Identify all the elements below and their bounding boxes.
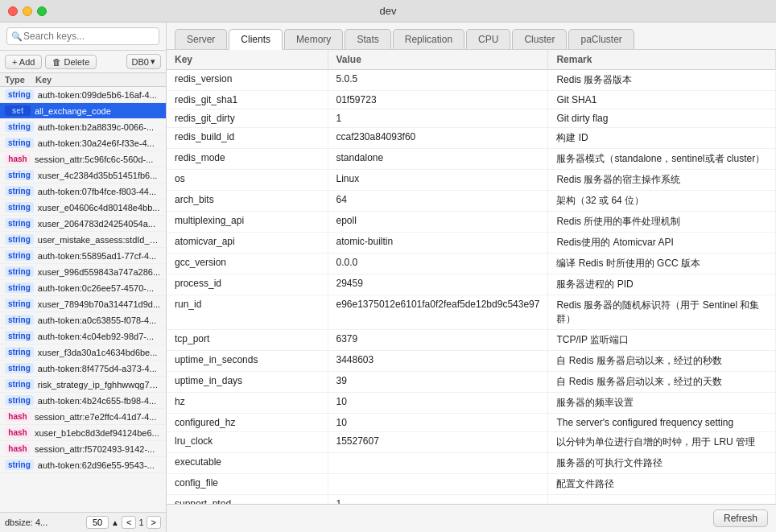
cell-value: 5.0.5 (328, 70, 548, 91)
table-header-row: Key Value Remark (167, 50, 776, 70)
cell-key: config_file (167, 474, 328, 495)
list-item[interactable]: setall_exchange_code (0, 103, 166, 119)
key-col-header: Key (35, 75, 161, 85)
list-item[interactable]: stringxuser_996d559843a747a286... (0, 264, 166, 280)
table-row[interactable]: run_ide96e1375012e6101fa0f2feaf5de12bd9c… (167, 295, 776, 330)
key-label: auth-token:0c26ee57-4570-... (38, 283, 161, 293)
list-item[interactable]: stringauth-token:4b24c655-fb98-4... (0, 393, 166, 409)
key-label: auth-token:62d96e55-9543-... (38, 460, 161, 470)
add-button[interactable]: + Add (5, 55, 42, 69)
cell-remark: The server's configured frequency settin… (548, 414, 776, 432)
list-item[interactable]: stringxuser_78949b70a314471d9d... (0, 296, 166, 312)
dbsize-label: dbsize: 4... (5, 518, 47, 527)
tab-stats[interactable]: Stats (345, 29, 390, 49)
list-item[interactable]: stringauth-token:07fb4fce-f803-44... (0, 184, 166, 200)
tab-cpu[interactable]: CPU (466, 29, 510, 49)
title-bar: dev (0, 0, 776, 23)
close-button[interactable] (8, 6, 18, 16)
table-row[interactable]: redis_git_dirty1Git dirty flag (167, 109, 776, 128)
table-row[interactable]: uptime_in_seconds3448603自 Redis 服务器启动以来，… (167, 351, 776, 372)
table-row[interactable]: configured_hz10The server's configured f… (167, 414, 776, 432)
cell-remark: 编译 Redis 时所使用的 GCC 版本 (548, 254, 776, 274)
cell-remark: 服务器的频率设置 (548, 393, 776, 414)
key-label: auth-token:4b24c655-fb98-4... (38, 396, 161, 406)
cell-value: 29459 (328, 274, 548, 295)
type-badge: string (5, 347, 34, 357)
chevron-down-icon: ▾ (151, 56, 155, 67)
table-row[interactable]: arch_bits64架构（32 或 64 位） (167, 191, 776, 212)
list-item[interactable]: stringxuser_2064783d24254054a... (0, 216, 166, 232)
table-row[interactable]: redis_build_idccaf230a84093f60构建 ID (167, 128, 776, 149)
key-label: all_exchange_code (35, 106, 161, 116)
key-label: session_attr:5c96fc6c-560d-... (35, 155, 161, 164)
table-row[interactable]: config_file配置文件路径 (167, 474, 776, 495)
type-col-header: Type (5, 75, 35, 85)
list-item[interactable]: stringauth-token:b2a8839c-0066-... (0, 119, 166, 135)
key-label: auth-token:07fb4fce-f803-44... (38, 187, 161, 196)
sidebar-footer: dbsize: 4... ▲ < 1 > (0, 512, 166, 532)
list-item[interactable]: stringauth-token:0c26ee57-4570-... (0, 280, 166, 296)
cell-key: multiplexing_api (167, 212, 328, 233)
table-row[interactable]: uptime_in_days39自 Redis 服务器启动以来，经过的天数 (167, 372, 776, 393)
table-row[interactable]: process_id29459服务器进程的 PID (167, 274, 776, 295)
list-item[interactable]: stringrisk_strategy_ip_fghhwwqg7h... (0, 377, 166, 393)
cell-key: uptime_in_seconds (167, 351, 328, 372)
delete-button[interactable]: 🗑 Delete (45, 55, 97, 69)
type-badge: string (5, 395, 34, 406)
search-wrap: 🔍 (6, 27, 159, 45)
table-row[interactable]: gcc_version0.0.0编译 Redis 时所使用的 GCC 版本 (167, 254, 776, 274)
per-page-input[interactable] (86, 516, 109, 529)
table-row[interactable]: lru_clock15527607以分钟为单位进行自增的时钟，用于 LRU 管理 (167, 432, 776, 453)
cell-remark: Redis 所使用的事件处理机制 (548, 212, 776, 233)
list-item[interactable]: stringauth-token:62d96e55-9543-... (0, 457, 166, 473)
next-page-button[interactable]: > (147, 516, 161, 529)
tab-memory[interactable]: Memory (284, 29, 343, 49)
list-item[interactable]: hashxuser_b1ebc8d3def94124be6... (0, 425, 166, 441)
tab-clients[interactable]: Clients (229, 29, 283, 50)
list-item[interactable]: stringauth-token:099de5b6-16af-4... (0, 87, 166, 103)
table-row[interactable]: redis_modestandalone服务器模式（standalone，sen… (167, 149, 776, 170)
type-badge: string (5, 460, 34, 470)
cell-key: atomicvar_api (167, 233, 328, 254)
search-input[interactable] (6, 27, 159, 45)
list-item[interactable]: stringxuser_f3da30a1c4634bd6be... (0, 344, 166, 361)
tab-cluster[interactable]: Cluster (512, 29, 567, 49)
list-item[interactable]: stringxuser_4c2384d35b51451fb6... (0, 167, 166, 184)
prev-page-button[interactable]: < (122, 516, 136, 529)
key-list-headers: Type Key (0, 73, 166, 87)
list-item[interactable]: hashsession_attr:e7e2ffc4-41d7-4... (0, 409, 166, 425)
type-badge: string (5, 202, 34, 212)
table-row[interactable]: redis_version5.0.5Redis 服务器版本 (167, 70, 776, 91)
type-badge: string (5, 363, 34, 373)
minimize-button[interactable] (23, 6, 32, 16)
list-item[interactable]: stringauth-token:8f4775d4-a373-4... (0, 361, 166, 377)
list-item[interactable]: stringauth-token:4c04eb92-98d7-... (0, 328, 166, 344)
list-item[interactable]: stringauth-token:a0c63855-f078-4... (0, 312, 166, 328)
list-item[interactable]: stringuser_mistake_assess:stdId_2... (0, 232, 166, 248)
key-label: risk_strategy_ip_fghhwwqg7h... (38, 380, 161, 390)
list-item[interactable]: hashsession_attr:f5702493-9142-... (0, 441, 166, 457)
db-selector[interactable]: DB0 ▾ (126, 54, 161, 69)
table-row[interactable]: redis_git_sha101f59723Git SHA1 (167, 91, 776, 109)
type-badge: string (5, 266, 34, 277)
table-row[interactable]: executable服务器的可执行文件路径 (167, 453, 776, 474)
list-item[interactable]: hashsession_attr:5c96fc6c-560d-... (0, 151, 166, 167)
maximize-button[interactable] (37, 6, 47, 16)
stepper-up-icon[interactable]: ▲ (111, 518, 119, 527)
table-row[interactable]: tcp_port6379TCP/IP 监听端口 (167, 330, 776, 351)
list-item[interactable]: stringauth-token:30a24e6f-f33e-4... (0, 135, 166, 151)
table-row[interactable]: multiplexing_apiepollRedis 所使用的事件处理机制 (167, 212, 776, 233)
list-item[interactable]: stringauth-token:55895ad1-77cf-4... (0, 248, 166, 264)
table-row[interactable]: hz10服务器的频率设置 (167, 393, 776, 414)
table-row[interactable]: support_ptod1 (167, 495, 776, 505)
table-row[interactable]: osLinuxRedis 服务器的宿主操作系统 (167, 170, 776, 191)
cell-value: Linux (328, 170, 548, 191)
tab-replication[interactable]: Replication (393, 29, 464, 49)
cell-value (328, 474, 548, 495)
tab-server[interactable]: Server (175, 29, 227, 49)
list-item[interactable]: stringxuser_e04606c4d80148e4bb... (0, 200, 166, 216)
tab-pacluster[interactable]: paCluster (568, 29, 634, 49)
cell-value: 1 (328, 495, 548, 505)
refresh-button[interactable]: Refresh (713, 509, 768, 527)
table-row[interactable]: atomicvar_apiatomic-builtinRedis使用的 Atom… (167, 233, 776, 254)
